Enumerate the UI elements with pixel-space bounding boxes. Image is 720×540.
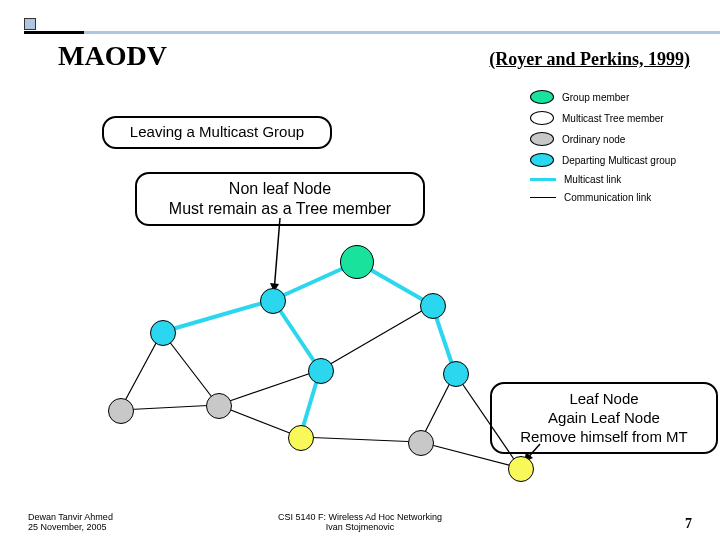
node-cyan-mid xyxy=(308,358,334,384)
footer-course-line1: CSI 5140 F: Wireless Ad Hoc Networking xyxy=(0,512,720,522)
node-leader xyxy=(340,245,374,279)
node-yellow-mid xyxy=(288,425,314,451)
node-gray-right xyxy=(408,430,434,456)
node-gray-lowleft xyxy=(108,398,134,424)
footer-course: CSI 5140 F: Wireless Ad Hoc Networking I… xyxy=(0,512,720,532)
node-cyan-left xyxy=(150,320,176,346)
node-cyan-right xyxy=(420,293,446,319)
diagram-nodes xyxy=(0,0,720,540)
node-yellow-right xyxy=(508,456,534,482)
node-gray-midleft xyxy=(206,393,232,419)
node-departing xyxy=(260,288,286,314)
footer-course-line2: Ivan Stojmenovic xyxy=(0,522,720,532)
footer: Dewan Tanvir Ahmed 25 November, 2005 CSI… xyxy=(0,512,720,532)
node-cyan-rightlow xyxy=(443,361,469,387)
